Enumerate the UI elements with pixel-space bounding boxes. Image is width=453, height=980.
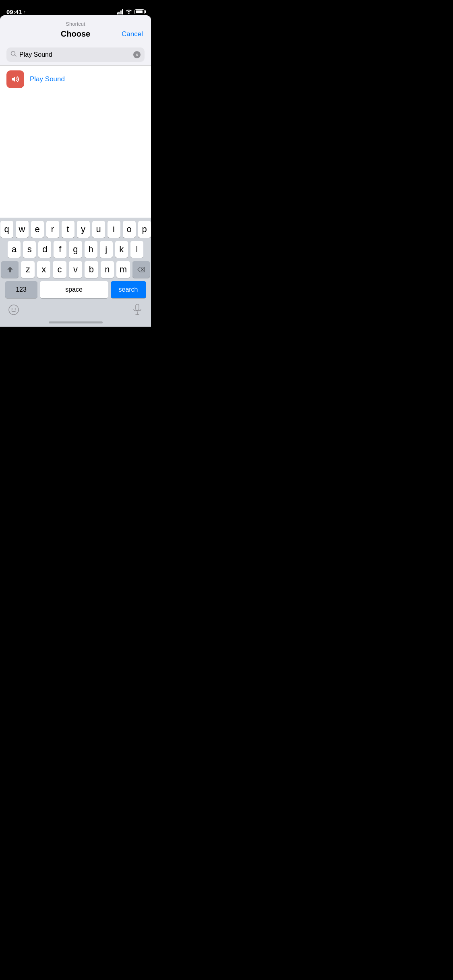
sheet-header: Shortcut Choose Cancel bbox=[0, 15, 151, 47]
battery-icon bbox=[134, 9, 145, 14]
keyboard-row-2: a s d f g h j k l bbox=[1, 241, 150, 258]
status-icons bbox=[117, 8, 145, 15]
key-s[interactable]: s bbox=[23, 241, 36, 258]
emoji-icon[interactable] bbox=[8, 304, 20, 316]
wifi-icon bbox=[126, 8, 132, 15]
key-u[interactable]: u bbox=[92, 221, 105, 238]
key-d[interactable]: d bbox=[38, 241, 51, 258]
svg-point-4 bbox=[9, 305, 19, 315]
list-item[interactable]: Play Sound bbox=[0, 66, 151, 93]
search-key[interactable]: search bbox=[111, 281, 146, 298]
search-bar bbox=[6, 47, 145, 62]
microphone-icon[interactable] bbox=[131, 304, 143, 316]
svg-point-6 bbox=[15, 309, 16, 310]
key-h[interactable]: h bbox=[85, 241, 97, 258]
key-b[interactable]: b bbox=[85, 261, 98, 278]
key-i[interactable]: i bbox=[108, 221, 120, 238]
home-indicator bbox=[1, 319, 150, 327]
keyboard-row-3: z x c v b n m bbox=[1, 261, 150, 278]
status-time: 09:41 ↑ bbox=[6, 8, 26, 15]
key-j[interactable]: j bbox=[100, 241, 113, 258]
key-k[interactable]: k bbox=[115, 241, 128, 258]
key-q[interactable]: q bbox=[0, 221, 13, 238]
key-x[interactable]: x bbox=[37, 261, 50, 278]
search-icon bbox=[10, 51, 17, 59]
key-n[interactable]: n bbox=[101, 261, 114, 278]
key-t[interactable]: t bbox=[62, 221, 74, 238]
signal-icon bbox=[117, 9, 124, 14]
sheet-title-row: Choose Cancel bbox=[8, 29, 143, 39]
key-v[interactable]: v bbox=[69, 261, 82, 278]
result-label: Play Sound bbox=[30, 75, 65, 83]
keyboard-row-4: 123 space search bbox=[1, 281, 150, 298]
key-g[interactable]: g bbox=[69, 241, 82, 258]
results-list: Play Sound bbox=[0, 66, 151, 218]
keyboard: q w e r t y u i o p a s d f g h j k l bbox=[0, 218, 151, 327]
key-f[interactable]: f bbox=[54, 241, 66, 258]
svg-line-1 bbox=[15, 55, 17, 57]
key-z[interactable]: z bbox=[21, 261, 34, 278]
key-e[interactable]: e bbox=[31, 221, 44, 238]
action-sheet: Shortcut Choose Cancel bbox=[0, 15, 151, 327]
space-key[interactable]: space bbox=[40, 281, 108, 298]
key-w[interactable]: w bbox=[16, 221, 29, 238]
shift-key[interactable] bbox=[1, 261, 19, 278]
location-icon: ↑ bbox=[23, 9, 26, 14]
key-c[interactable]: c bbox=[53, 261, 66, 278]
search-input[interactable] bbox=[19, 51, 131, 58]
key-l[interactable]: l bbox=[130, 241, 143, 258]
svg-point-5 bbox=[12, 309, 13, 310]
search-bar-container bbox=[0, 47, 151, 65]
key-o[interactable]: o bbox=[123, 221, 136, 238]
key-p[interactable]: p bbox=[138, 221, 151, 238]
key-r[interactable]: r bbox=[46, 221, 59, 238]
home-bar bbox=[49, 321, 103, 323]
keyboard-row-1: q w e r t y u i o p bbox=[1, 221, 150, 238]
svg-rect-7 bbox=[136, 304, 139, 311]
delete-key[interactable] bbox=[132, 261, 150, 278]
key-m[interactable]: m bbox=[116, 261, 130, 278]
cancel-button[interactable]: Cancel bbox=[122, 30, 143, 38]
time-label: 09:41 bbox=[6, 8, 22, 15]
keyboard-bottom bbox=[1, 301, 150, 319]
sheet-subtitle: Shortcut bbox=[66, 21, 85, 27]
key-a[interactable]: a bbox=[8, 241, 21, 258]
key-y[interactable]: y bbox=[77, 221, 90, 238]
result-icon bbox=[6, 70, 24, 88]
numeric-key[interactable]: 123 bbox=[5, 281, 37, 298]
search-clear-button[interactable] bbox=[133, 51, 141, 58]
sheet-title: Choose bbox=[61, 29, 90, 39]
